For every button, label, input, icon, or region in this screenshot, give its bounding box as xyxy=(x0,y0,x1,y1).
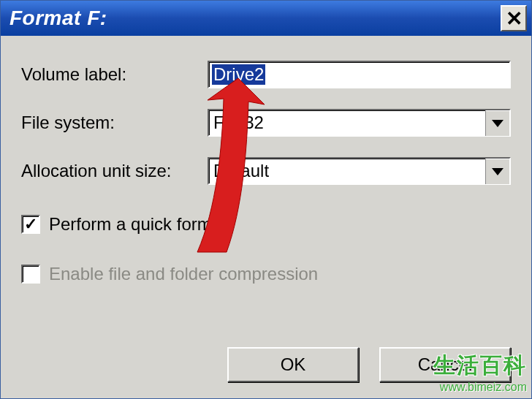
compression-row: Enable file and folder compression xyxy=(21,264,511,284)
compression-checkbox xyxy=(21,265,40,284)
watermark-url: www.bimeiz.com xyxy=(433,381,527,394)
allocation-select[interactable]: Default xyxy=(208,157,511,185)
titlebar: Format F: ✕ xyxy=(1,1,531,36)
compression-label: Enable file and folder compression xyxy=(49,264,318,284)
chevron-down-icon xyxy=(485,110,509,136)
volume-label-text: Volume label: xyxy=(21,64,208,85)
allocation-row: Allocation unit size: Default xyxy=(21,157,511,185)
volume-label-input[interactable]: Drive2 xyxy=(208,61,511,88)
close-button[interactable]: ✕ xyxy=(501,5,527,31)
cancel-button[interactable]: Cancel xyxy=(379,347,511,382)
window-title: Format F: xyxy=(10,7,107,30)
ok-button[interactable]: OK xyxy=(227,347,359,382)
file-system-select[interactable]: FAT32 xyxy=(208,109,511,137)
file-system-value: FAT32 xyxy=(213,113,264,133)
allocation-label: Allocation unit size: xyxy=(21,161,208,181)
quick-format-checkbox[interactable] xyxy=(21,215,40,234)
format-dialog: Format F: ✕ Volume label: Drive2 File sy… xyxy=(0,0,532,399)
file-system-label: File system: xyxy=(21,113,208,133)
file-system-row: File system: FAT32 xyxy=(21,109,511,137)
allocation-value: Default xyxy=(213,161,269,181)
quick-format-label: Perform a quick format xyxy=(49,214,227,235)
quick-format-row[interactable]: Perform a quick format xyxy=(21,214,511,235)
close-icon: ✕ xyxy=(506,7,522,31)
volume-label-value: Drive2 xyxy=(212,64,265,85)
dialog-body: Volume label: Drive2 File system: FAT32 … xyxy=(1,36,531,284)
chevron-down-icon xyxy=(485,159,509,184)
button-row: OK Cancel xyxy=(227,347,511,382)
volume-label-row: Volume label: Drive2 xyxy=(21,61,511,88)
